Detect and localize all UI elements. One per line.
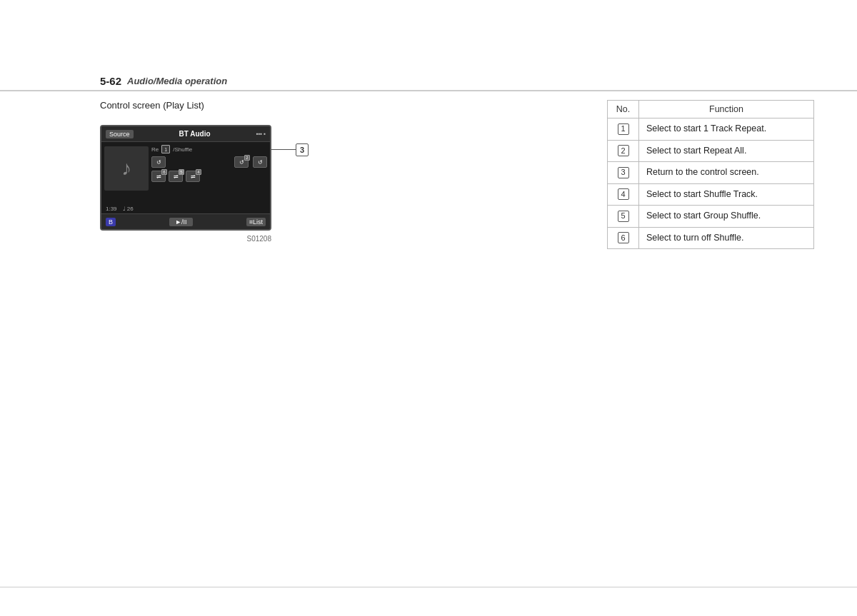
- controls-row-1: Re 1 /Shuffle: [151, 145, 267, 153]
- shuffle-btn-5[interactable]: ⇌ 5: [169, 171, 183, 182]
- table-row: 2Select to start Repeat All.: [608, 140, 814, 162]
- row-number: 5: [608, 206, 639, 228]
- signal-icon: ▪▪▪: [256, 131, 263, 137]
- row-function-text: Select to start Repeat All.: [639, 140, 814, 162]
- repeat-single-btn[interactable]: ↺: [151, 156, 166, 168]
- screen-mockup-wrapper: Source BT Audio ▪▪▪ ▪ ♪ Re 1: [100, 125, 271, 243]
- image-code: S01208: [100, 235, 271, 243]
- row-number: 2: [608, 140, 639, 162]
- repeat-right-icon: ↺: [258, 159, 263, 166]
- badge-2: 2: [244, 155, 250, 161]
- shuffle-4-icon: ⇌: [191, 173, 196, 180]
- screen-mockup: Source BT Audio ▪▪▪ ▪ ♪ Re 1: [100, 125, 271, 231]
- play-pause-button[interactable]: ►/II: [169, 218, 192, 226]
- row-function-text: Select to turn off Shuffle.: [639, 227, 814, 249]
- row-number: 3: [608, 162, 639, 184]
- number-box: 6: [618, 232, 629, 243]
- row-number: 4: [608, 183, 639, 206]
- screen-title: BT Audio: [179, 130, 211, 138]
- row-number: 6: [608, 227, 639, 249]
- screen-body: ♪ Re 1 /Shuffle ↺: [101, 142, 270, 204]
- row-function-text: Return to the control screen.: [639, 162, 814, 184]
- status-icons: ▪▪▪ ▪: [256, 131, 266, 137]
- row-function-text: Select to start Shuffle Track.: [639, 183, 814, 206]
- album-art: ♪: [104, 146, 149, 191]
- badge-5: 5: [179, 169, 184, 175]
- row-number: 1: [608, 118, 639, 141]
- bottom-rule: [0, 587, 857, 587]
- time-display: 1:39: [106, 206, 117, 212]
- row-function-text: Select to start 1 Track Repeat.: [639, 118, 814, 141]
- repeat-all-icon: ↺: [239, 159, 244, 166]
- shuffle-btn-6[interactable]: ⇌ 6: [151, 171, 166, 182]
- table-row: 5Select to start Group Shuffle.: [608, 206, 814, 228]
- shuffle-label: /Shuffle: [173, 146, 192, 153]
- callout-badge-3: 3: [296, 143, 309, 156]
- table-row: 3Return to the control screen.: [608, 162, 814, 184]
- shuffle-btn-4[interactable]: ⇌ 4: [186, 171, 200, 182]
- page-number: 5-62: [100, 75, 121, 87]
- source-button[interactable]: Source: [106, 130, 134, 138]
- table-row: 6Select to turn off Shuffle.: [608, 227, 814, 249]
- table-row: 4Select to start Shuffle Track.: [608, 183, 814, 206]
- track-number: ♩ 26: [123, 206, 134, 212]
- screen-bottom-info: 1:39 ♩ 26: [101, 204, 270, 213]
- badge-6: 6: [161, 169, 167, 175]
- music-note-icon: ♪: [121, 157, 131, 180]
- number-box: 4: [618, 188, 629, 200]
- col-header-no: No.: [608, 101, 639, 118]
- repeat-btn-right[interactable]: ↺: [253, 156, 267, 168]
- row-function-text: Select to start Group Shuffle.: [639, 206, 814, 228]
- number-box: 1: [618, 123, 629, 135]
- screen-controls: Re 1 /Shuffle ↺ ↺ 2: [151, 145, 267, 201]
- callout-line: [270, 149, 297, 150]
- header-bar: 5-62 Audio/Media operation: [0, 71, 857, 91]
- bluetooth-button[interactable]: B: [106, 218, 116, 226]
- number-box: 5: [618, 211, 629, 222]
- number-box: 3: [618, 167, 629, 178]
- shuffle-6-icon: ⇌: [156, 173, 161, 180]
- list-button[interactable]: ≡List: [246, 218, 266, 226]
- repeat-all-btn[interactable]: ↺ 2: [234, 156, 249, 168]
- function-table-wrapper: No. Function 1Select to start 1 Track Re…: [607, 100, 814, 249]
- screen-bottom-bar: B ►/II ≡List: [101, 213, 270, 229]
- section-title: Audio/Media operation: [127, 76, 227, 86]
- function-table: No. Function 1Select to start 1 Track Re…: [607, 100, 814, 249]
- shuffle-5-icon: ⇌: [174, 173, 179, 180]
- badge-4: 4: [196, 169, 201, 175]
- badge-1[interactable]: 1: [161, 145, 170, 153]
- table-row: 1Select to start 1 Track Repeat.: [608, 118, 814, 141]
- repeat-icon: ↺: [156, 159, 161, 166]
- battery-icon: ▪: [264, 131, 266, 137]
- controls-row-3: ⇌ 6 ⇌ 5 ⇌ 4: [151, 171, 267, 182]
- number-box: 2: [618, 145, 629, 156]
- screen-top-bar: Source BT Audio ▪▪▪ ▪: [101, 126, 270, 142]
- controls-row-2: ↺ ↺ 2 ↺: [151, 156, 267, 168]
- col-header-function: Function: [639, 101, 814, 118]
- repeat-label: Re: [151, 146, 159, 153]
